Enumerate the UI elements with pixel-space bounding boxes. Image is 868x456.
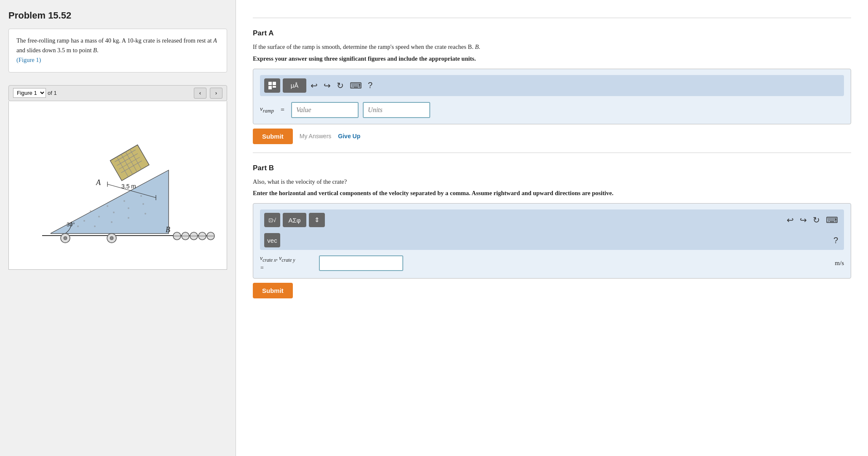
svg-point-13 <box>107 205 108 207</box>
part-a-my-answers-link[interactable]: My Answers <box>300 133 331 139</box>
figure-controls: Figure 1 of 1 ‹ › <box>8 85 227 101</box>
problem-title: Problem 15.52 <box>8 10 227 21</box>
part-a-var-label: vramp <box>260 105 274 114</box>
figure-link[interactable]: (Figure 1) <box>16 56 41 63</box>
svg-point-36 <box>110 236 113 240</box>
part-a-give-up-link[interactable]: Give Up <box>338 133 360 139</box>
svg-rect-44 <box>273 82 276 85</box>
part-b-velocity-input[interactable] <box>319 255 403 271</box>
part-b-var-labels: vcrate x, vcrate y = <box>260 254 315 272</box>
redo-button-b[interactable]: ↪ <box>798 214 809 226</box>
part-b-submit-button[interactable]: Submit <box>253 283 293 298</box>
svg-point-34 <box>64 236 67 240</box>
svg-rect-46 <box>273 86 276 88</box>
svg-point-11 <box>145 213 146 215</box>
undo-button[interactable]: ↩ <box>309 80 319 91</box>
updown-button[interactable]: ⇕ <box>309 213 325 227</box>
svg-point-14 <box>123 200 125 202</box>
svg-point-8 <box>94 225 96 227</box>
greek-button[interactable]: ΑΣφ <box>283 213 306 227</box>
svg-point-7 <box>142 203 144 205</box>
part-a-submit-row: Submit My Answers Give Up <box>253 129 851 144</box>
svg-text:30°: 30° <box>67 221 75 228</box>
svg-point-4 <box>98 216 100 217</box>
part-b-input-row: vcrate x, vcrate y = m/s <box>260 254 844 272</box>
refresh-button[interactable]: ↻ <box>335 80 346 91</box>
refresh-button-b[interactable]: ↻ <box>811 214 822 226</box>
part-b-unit: m/s <box>835 260 844 267</box>
svg-point-10 <box>128 217 129 219</box>
part-a-toolbar: μÅ ↩ ↪ ↻ ⌨ ? <box>260 75 844 96</box>
keyboard-button[interactable]: ⌨ <box>348 80 364 91</box>
svg-point-15 <box>140 195 142 197</box>
part-a-instruction: If the surface of the ramp is smooth, de… <box>253 43 851 52</box>
undo-button-b[interactable]: ↩ <box>785 214 796 226</box>
redo-button[interactable]: ↪ <box>322 80 332 91</box>
right-panel: Part A If the surface of the ramp is smo… <box>236 0 868 456</box>
figure-next-button[interactable]: › <box>210 88 222 99</box>
mu-button[interactable]: μÅ <box>283 78 306 93</box>
part-a-submit-button[interactable]: Submit <box>253 129 293 144</box>
help-button-b[interactable]: ? <box>832 235 840 246</box>
svg-point-12 <box>90 210 91 212</box>
matrix-icon-button[interactable]: ⊡√ <box>264 213 280 227</box>
svg-point-6 <box>128 207 129 209</box>
svg-rect-43 <box>268 82 272 85</box>
vec-button[interactable]: vec <box>264 233 280 247</box>
part-b-title: Part B <box>253 161 851 172</box>
part-b-instruction: Also, what is the velocity of the crate? <box>253 177 851 187</box>
part-a-emphasis: Express your answer using three signific… <box>253 54 851 64</box>
svg-point-3 <box>83 220 85 222</box>
svg-text:3.5 m: 3.5 m <box>121 183 136 190</box>
part-b-emphasis: Enter the horizontal and vertical compon… <box>253 189 851 198</box>
svg-text:A: A <box>96 178 101 187</box>
part-a-answer-box: μÅ ↩ ↪ ↻ ⌨ ? vramp = <box>253 69 851 124</box>
part-a-value-input[interactable] <box>291 102 359 118</box>
part-a-input-row: vramp = <box>260 102 844 118</box>
desc-text: The free-rolling ramp has a mass of 40 k… <box>16 37 217 54</box>
figure-of-label: of 1 <box>48 90 57 96</box>
part-b-answer-box: ⊡√ ΑΣφ ⇕ ↩ ↪ ↻ ⌨ vec ? vcr <box>253 203 851 279</box>
keyboard-button-b[interactable]: ⌨ <box>824 214 840 226</box>
figure-box: A 3.5 m B 30° <box>8 101 227 270</box>
svg-text:B: B <box>166 225 170 234</box>
svg-point-16 <box>77 225 79 227</box>
left-panel: Problem 15.52 The free-rolling ramp has … <box>0 0 236 456</box>
svg-point-9 <box>111 221 113 223</box>
ramp-figure: A 3.5 m B 30° <box>17 109 219 261</box>
part-a-units-input[interactable] <box>363 102 430 118</box>
part-b-submit-row: Submit <box>253 283 851 298</box>
svg-rect-45 <box>268 86 272 89</box>
figure-prev-button[interactable]: ‹ <box>194 88 206 99</box>
svg-point-5 <box>113 212 115 213</box>
part-b-toolbar-row2: vec ? <box>260 231 844 250</box>
part-b-toolbar-row1: ⊡√ ΑΣφ ⇕ ↩ ↪ ↻ ⌨ <box>260 209 844 231</box>
figure-dropdown[interactable]: Figure 1 <box>13 88 46 98</box>
problem-description: The free-rolling ramp has a mass of 40 k… <box>8 29 227 72</box>
grid-icon-button[interactable] <box>264 78 280 93</box>
part-a-title: Part A <box>253 26 851 38</box>
figure-select: Figure 1 of 1 <box>13 88 57 98</box>
help-button-a[interactable]: ? <box>366 80 374 91</box>
